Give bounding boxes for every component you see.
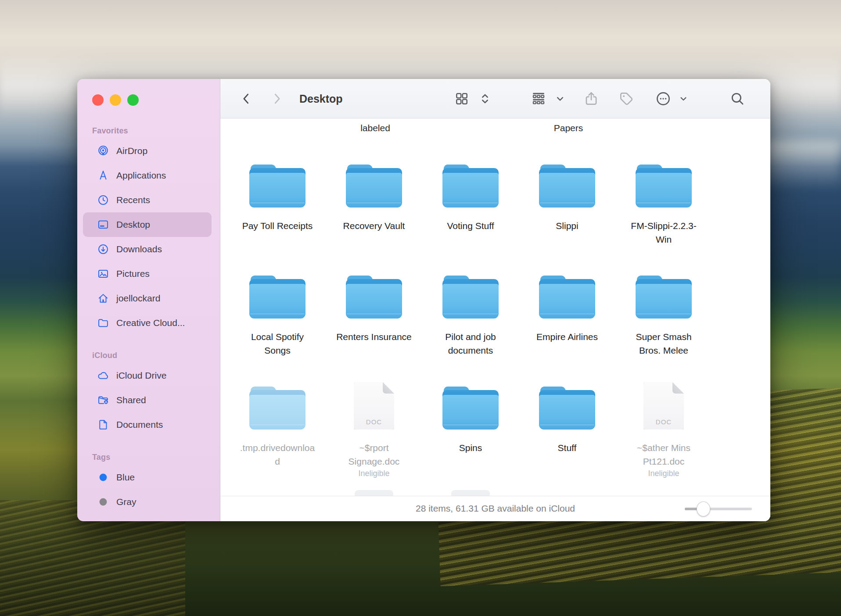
sidebar-item-recents[interactable]: Recents: [83, 188, 212, 212]
status-bar: 28 items, 61.31 GB available on iCloud: [220, 496, 770, 521]
desktop-icon: [97, 218, 109, 231]
folder-icon: [636, 276, 692, 319]
dot-icon: [97, 496, 109, 508]
file-name: Super Smash Bros. Melee: [624, 330, 704, 357]
sidebar-item-downloads[interactable]: Downloads: [83, 237, 212, 261]
sidebar-item-label: Blue: [116, 472, 135, 483]
group-view-icon: [530, 90, 547, 107]
folder-icon: [97, 317, 109, 329]
finder-window: Favorites AirDrop Applications Recents D…: [77, 79, 770, 521]
folder-icon: [636, 165, 692, 208]
file-name: ~$rport Signage.doc: [334, 441, 414, 468]
file-name: Recovery Vault: [343, 219, 405, 233]
tags-button[interactable]: [618, 79, 635, 118]
more-circle-icon: [655, 90, 672, 107]
zoom-button[interactable]: [127, 94, 139, 106]
file-item-pilot-and-job-documents[interactable]: Pilot and job documents: [422, 270, 519, 381]
minimize-button[interactable]: [110, 94, 121, 106]
chevron-right-icon: [270, 91, 284, 106]
file-name: FM-Slippi-2.2.3-Win: [624, 219, 704, 246]
sidebar-item-label: Shared: [116, 395, 146, 405]
view-options-chevrons[interactable]: [478, 79, 492, 118]
partial-file-label[interactable]: Papers: [525, 123, 612, 133]
home-icon: [97, 292, 109, 304]
file-name: Renters Insurance: [336, 330, 412, 344]
partial-icon-top: [355, 490, 393, 496]
finder-toolbar: Desktop: [220, 79, 770, 118]
file-status: Ineligible: [358, 469, 389, 478]
file-item-recovery-vault[interactable]: Recovery Vault: [326, 159, 422, 270]
file-item-slippi[interactable]: Slippi: [519, 159, 615, 270]
sidebar-item-label: AirDrop: [116, 146, 147, 156]
sidebar-item-label: Gray: [116, 497, 137, 507]
folder-icon: [249, 165, 305, 208]
sidebar-section: Favorites AirDrop Applications Recents D…: [77, 123, 220, 335]
sidebar-item-label: joellockard: [116, 293, 160, 304]
sidebar-item-creative-cloud[interactable]: Creative Cloud...: [83, 311, 212, 335]
sidebar-item-label: Downloads: [116, 244, 162, 254]
file-name: Empire Airlines: [536, 330, 598, 344]
sidebar-item-documents[interactable]: Documents: [83, 412, 212, 437]
file-name: Pay Toll Receipts: [242, 219, 313, 233]
back-button[interactable]: [239, 79, 254, 118]
sidebar-item-pictures[interactable]: Pictures: [83, 261, 212, 286]
file-name: Spins: [459, 441, 482, 455]
sidebar-item-joellockard[interactable]: joellockard: [83, 286, 212, 311]
file-name: Pilot and job documents: [431, 330, 510, 357]
folder-icon: [249, 276, 305, 319]
view-as-grid-button[interactable]: [454, 79, 470, 118]
file-item-voting-stuff[interactable]: Voting Stuff: [422, 159, 519, 270]
folder-icon: [539, 276, 595, 319]
slider-knob[interactable]: [697, 501, 710, 516]
sidebar-item-blue[interactable]: Blue: [83, 465, 212, 490]
window-controls: [92, 94, 139, 106]
photo-icon: [97, 268, 109, 280]
file-item-renters-insurance[interactable]: Renters Insurance: [326, 270, 422, 381]
file-item-fm-slippi-2-2-3-win[interactable]: FM-Slippi-2.2.3-Win: [615, 159, 712, 270]
window-title: Desktop: [299, 79, 343, 118]
sidebar-item-shared[interactable]: Shared: [83, 388, 212, 412]
icon-size-slider[interactable]: [685, 508, 752, 510]
doc-badge: DOC: [354, 418, 394, 426]
group-by-button[interactable]: [530, 79, 547, 118]
shared-folder-icon: [97, 394, 109, 406]
file-item-spins[interactable]: Spins: [422, 381, 519, 492]
clock-icon: [97, 194, 109, 206]
forward-button[interactable]: [270, 79, 284, 118]
more-actions-button[interactable]: [655, 79, 672, 118]
sidebar-item-gray[interactable]: Gray: [83, 490, 212, 514]
cloud-icon: [97, 369, 109, 382]
group-by-chevron[interactable]: [554, 79, 566, 118]
sidebar-item-airdrop[interactable]: AirDrop: [83, 139, 212, 163]
sidebar-item-applications[interactable]: Applications: [83, 163, 212, 188]
file-item-pay-toll-receipts[interactable]: Pay Toll Receipts: [229, 159, 326, 270]
document-icon: [97, 419, 109, 431]
sidebar-item-label: Creative Cloud...: [116, 318, 185, 328]
file-item-tmp-drivedownload[interactable]: .tmp.drivedownload: [229, 381, 326, 492]
sidebar-section-header: iCloud: [77, 347, 220, 363]
search-button[interactable]: [730, 79, 745, 118]
file-item-local-spotify-songs[interactable]: Local Spotify Songs: [229, 270, 326, 381]
close-button[interactable]: [92, 94, 104, 106]
file-item-ather-mins-pt121-doc[interactable]: DOC ~$ather Mins Pt121.doc Ineligible: [615, 381, 712, 492]
tag-icon: [618, 90, 635, 107]
file-name: ~$ather Mins Pt121.doc: [624, 441, 704, 468]
file-item-stuff[interactable]: Stuff: [519, 381, 615, 492]
partial-icon-top: [451, 490, 490, 496]
file-grid-area: labeled Papers Pay Toll Receipts Recover…: [220, 118, 770, 496]
sidebar-section: iCloud iCloud Drive Shared Documents: [77, 347, 220, 437]
more-actions-chevron[interactable]: [678, 79, 689, 118]
file-status: Ineligible: [648, 469, 679, 478]
file-item-rport-signage-doc[interactable]: DOC ~$rport Signage.doc Ineligible: [326, 381, 422, 492]
share-button[interactable]: [583, 79, 600, 118]
sidebar-item-icloud-drive[interactable]: iCloud Drive: [83, 363, 212, 388]
partial-file-label[interactable]: labeled: [331, 123, 419, 133]
file-item-super-smash-bros-melee[interactable]: Super Smash Bros. Melee: [615, 270, 712, 381]
finder-main: Desktop: [220, 79, 770, 521]
folder-icon: [539, 387, 595, 430]
doc-badge: DOC: [643, 418, 684, 426]
share-icon: [583, 90, 600, 107]
file-item-empire-airlines[interactable]: Empire Airlines: [519, 270, 615, 381]
sidebar-item-desktop[interactable]: Desktop: [83, 212, 212, 237]
doc-file-icon: DOC: [354, 382, 394, 430]
